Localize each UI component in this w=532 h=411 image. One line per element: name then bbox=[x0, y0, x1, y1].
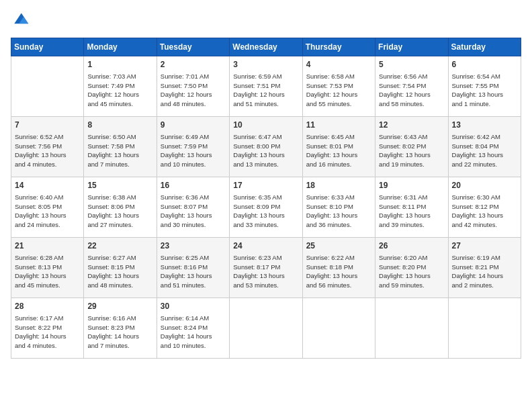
day-number: 2 bbox=[161, 59, 226, 71]
calendar-cell: 24Sunrise: 6:23 AM Sunset: 8:17 PM Dayli… bbox=[230, 238, 302, 298]
calendar-cell: 5Sunrise: 6:56 AM Sunset: 7:54 PM Daylig… bbox=[375, 56, 448, 117]
day-detail: Sunrise: 7:01 AM Sunset: 7:50 PM Dayligh… bbox=[161, 72, 226, 109]
calendar-cell bbox=[11, 56, 84, 117]
calendar-cell: 10Sunrise: 6:47 AM Sunset: 8:00 PM Dayli… bbox=[230, 117, 302, 177]
weekday-header-saturday: Saturday bbox=[448, 38, 521, 56]
calendar-week-3: 14Sunrise: 6:40 AM Sunset: 8:05 PM Dayli… bbox=[11, 177, 521, 238]
calendar-cell: 8Sunrise: 6:50 AM Sunset: 7:58 PM Daylig… bbox=[84, 117, 157, 177]
day-number: 13 bbox=[452, 120, 517, 131]
weekday-header-row: SundayMondayTuesdayWednesdayThursdayFrid… bbox=[11, 38, 521, 56]
weekday-header-wednesday: Wednesday bbox=[230, 38, 302, 56]
calendar-cell bbox=[302, 298, 375, 359]
calendar-cell: 21Sunrise: 6:28 AM Sunset: 8:13 PM Dayli… bbox=[11, 238, 84, 298]
day-detail: Sunrise: 6:56 AM Sunset: 7:54 PM Dayligh… bbox=[379, 72, 444, 109]
weekday-header-monday: Monday bbox=[84, 38, 157, 56]
calendar-cell: 28Sunrise: 6:17 AM Sunset: 8:22 PM Dayli… bbox=[11, 298, 84, 359]
day-detail: Sunrise: 6:43 AM Sunset: 8:02 PM Dayligh… bbox=[379, 132, 444, 169]
logo-icon bbox=[11, 11, 30, 30]
day-detail: Sunrise: 6:33 AM Sunset: 8:10 PM Dayligh… bbox=[306, 193, 371, 230]
day-detail: Sunrise: 6:52 AM Sunset: 7:56 PM Dayligh… bbox=[15, 132, 80, 169]
calendar-cell bbox=[230, 298, 302, 359]
calendar-cell: 30Sunrise: 6:14 AM Sunset: 8:24 PM Dayli… bbox=[157, 298, 229, 359]
day-detail: Sunrise: 6:36 AM Sunset: 8:07 PM Dayligh… bbox=[161, 193, 226, 230]
day-detail: Sunrise: 6:45 AM Sunset: 8:01 PM Dayligh… bbox=[306, 132, 371, 169]
day-number: 1 bbox=[87, 59, 152, 71]
calendar-cell: 14Sunrise: 6:40 AM Sunset: 8:05 PM Dayli… bbox=[11, 177, 84, 238]
day-number: 21 bbox=[15, 240, 80, 252]
calendar-week-2: 7Sunrise: 6:52 AM Sunset: 7:56 PM Daylig… bbox=[11, 117, 521, 177]
day-detail: Sunrise: 6:17 AM Sunset: 8:22 PM Dayligh… bbox=[15, 314, 80, 351]
calendar-cell: 6Sunrise: 6:54 AM Sunset: 7:55 PM Daylig… bbox=[448, 56, 521, 117]
day-number: 30 bbox=[161, 301, 226, 312]
calendar-header: SundayMondayTuesdayWednesdayThursdayFrid… bbox=[11, 38, 521, 56]
day-number: 10 bbox=[233, 120, 298, 131]
calendar-body: 1Sunrise: 7:03 AM Sunset: 7:49 PM Daylig… bbox=[11, 56, 521, 359]
day-detail: Sunrise: 6:30 AM Sunset: 8:12 PM Dayligh… bbox=[452, 193, 517, 230]
calendar-week-1: 1Sunrise: 7:03 AM Sunset: 7:49 PM Daylig… bbox=[11, 56, 521, 117]
day-number: 28 bbox=[15, 301, 80, 312]
calendar-cell: 19Sunrise: 6:31 AM Sunset: 8:11 PM Dayli… bbox=[375, 177, 448, 238]
day-number: 7 bbox=[15, 120, 80, 131]
day-number: 3 bbox=[233, 59, 298, 71]
calendar-cell: 27Sunrise: 6:19 AM Sunset: 8:21 PM Dayli… bbox=[448, 238, 521, 298]
day-number: 12 bbox=[379, 120, 444, 131]
calendar-cell: 13Sunrise: 6:42 AM Sunset: 8:04 PM Dayli… bbox=[448, 117, 521, 177]
weekday-header-friday: Friday bbox=[375, 38, 448, 56]
day-detail: Sunrise: 6:47 AM Sunset: 8:00 PM Dayligh… bbox=[233, 132, 298, 169]
day-number: 16 bbox=[161, 180, 226, 191]
calendar-cell: 23Sunrise: 6:25 AM Sunset: 8:16 PM Dayli… bbox=[157, 238, 229, 298]
day-detail: Sunrise: 6:50 AM Sunset: 7:58 PM Dayligh… bbox=[87, 132, 152, 169]
day-detail: Sunrise: 6:59 AM Sunset: 7:51 PM Dayligh… bbox=[233, 72, 298, 109]
day-detail: Sunrise: 6:35 AM Sunset: 8:09 PM Dayligh… bbox=[233, 193, 298, 230]
weekday-header-tuesday: Tuesday bbox=[157, 38, 229, 56]
calendar-table: SundayMondayTuesdayWednesdayThursdayFrid… bbox=[11, 38, 521, 359]
day-detail: Sunrise: 6:54 AM Sunset: 7:55 PM Dayligh… bbox=[452, 72, 517, 109]
calendar-cell: 4Sunrise: 6:58 AM Sunset: 7:53 PM Daylig… bbox=[302, 56, 375, 117]
day-detail: Sunrise: 6:23 AM Sunset: 8:17 PM Dayligh… bbox=[233, 253, 298, 290]
calendar-cell: 15Sunrise: 6:38 AM Sunset: 8:06 PM Dayli… bbox=[84, 177, 157, 238]
calendar-cell bbox=[375, 298, 448, 359]
day-number: 25 bbox=[306, 240, 371, 252]
calendar-cell: 25Sunrise: 6:22 AM Sunset: 8:18 PM Dayli… bbox=[302, 238, 375, 298]
day-detail: Sunrise: 6:14 AM Sunset: 8:24 PM Dayligh… bbox=[161, 314, 226, 351]
calendar-cell: 2Sunrise: 7:01 AM Sunset: 7:50 PM Daylig… bbox=[157, 56, 229, 117]
day-number: 20 bbox=[452, 180, 517, 191]
day-number: 4 bbox=[306, 59, 371, 71]
day-detail: Sunrise: 6:19 AM Sunset: 8:21 PM Dayligh… bbox=[452, 253, 517, 290]
calendar-cell: 7Sunrise: 6:52 AM Sunset: 7:56 PM Daylig… bbox=[11, 117, 84, 177]
day-number: 5 bbox=[379, 59, 444, 71]
calendar-week-5: 28Sunrise: 6:17 AM Sunset: 8:22 PM Dayli… bbox=[11, 298, 521, 359]
calendar-cell: 20Sunrise: 6:30 AM Sunset: 8:12 PM Dayli… bbox=[448, 177, 521, 238]
weekday-header-thursday: Thursday bbox=[302, 38, 375, 56]
calendar-cell: 11Sunrise: 6:45 AM Sunset: 8:01 PM Dayli… bbox=[302, 117, 375, 177]
day-detail: Sunrise: 6:31 AM Sunset: 8:11 PM Dayligh… bbox=[379, 193, 444, 230]
day-detail: Sunrise: 6:25 AM Sunset: 8:16 PM Dayligh… bbox=[161, 253, 226, 290]
day-detail: Sunrise: 6:28 AM Sunset: 8:13 PM Dayligh… bbox=[15, 253, 80, 290]
calendar-cell: 16Sunrise: 6:36 AM Sunset: 8:07 PM Dayli… bbox=[157, 177, 229, 238]
day-number: 6 bbox=[452, 59, 517, 71]
calendar-cell: 9Sunrise: 6:49 AM Sunset: 7:59 PM Daylig… bbox=[157, 117, 229, 177]
calendar-cell: 1Sunrise: 7:03 AM Sunset: 7:49 PM Daylig… bbox=[84, 56, 157, 117]
calendar-cell: 22Sunrise: 6:27 AM Sunset: 8:15 PM Dayli… bbox=[84, 238, 157, 298]
day-detail: Sunrise: 6:38 AM Sunset: 8:06 PM Dayligh… bbox=[87, 193, 152, 230]
day-number: 9 bbox=[161, 120, 226, 131]
calendar-cell: 26Sunrise: 6:20 AM Sunset: 8:20 PM Dayli… bbox=[375, 238, 448, 298]
day-detail: Sunrise: 6:20 AM Sunset: 8:20 PM Dayligh… bbox=[379, 253, 444, 290]
calendar-cell: 12Sunrise: 6:43 AM Sunset: 8:02 PM Dayli… bbox=[375, 117, 448, 177]
day-detail: Sunrise: 6:27 AM Sunset: 8:15 PM Dayligh… bbox=[87, 253, 152, 290]
calendar-cell: 18Sunrise: 6:33 AM Sunset: 8:10 PM Dayli… bbox=[302, 177, 375, 238]
day-number: 19 bbox=[379, 180, 444, 191]
day-detail: Sunrise: 7:03 AM Sunset: 7:49 PM Dayligh… bbox=[87, 72, 152, 109]
day-number: 27 bbox=[452, 240, 517, 252]
logo bbox=[11, 11, 32, 30]
day-number: 17 bbox=[233, 180, 298, 191]
day-number: 29 bbox=[87, 301, 152, 312]
day-number: 24 bbox=[233, 240, 298, 252]
day-number: 18 bbox=[306, 180, 371, 191]
day-number: 23 bbox=[161, 240, 226, 252]
day-number: 8 bbox=[87, 120, 152, 131]
day-number: 11 bbox=[306, 120, 371, 131]
day-detail: Sunrise: 6:42 AM Sunset: 8:04 PM Dayligh… bbox=[452, 132, 517, 169]
calendar-cell: 17Sunrise: 6:35 AM Sunset: 8:09 PM Dayli… bbox=[230, 177, 302, 238]
day-detail: Sunrise: 6:40 AM Sunset: 8:05 PM Dayligh… bbox=[15, 193, 80, 230]
